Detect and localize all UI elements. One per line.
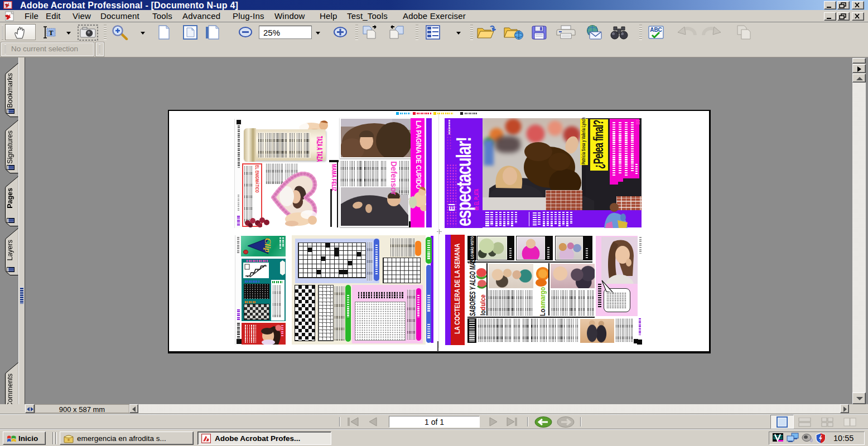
svg-text:Clip: Clip xyxy=(263,238,272,253)
svg-text:T: T xyxy=(49,29,53,37)
svg-text:ABC: ABC xyxy=(650,27,662,33)
